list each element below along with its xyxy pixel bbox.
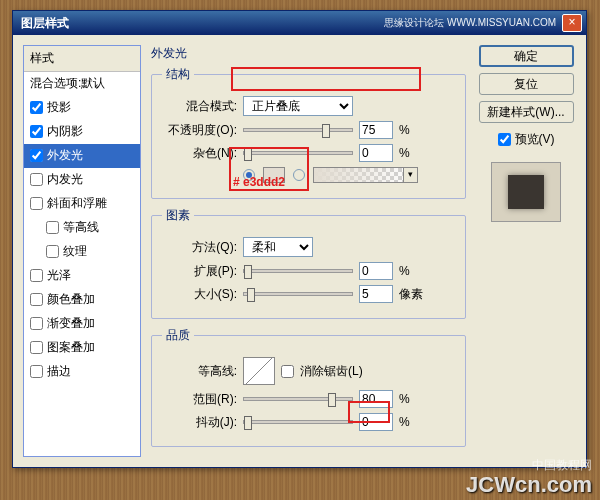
- style-item-内发光[interactable]: 内发光: [24, 168, 140, 192]
- style-checkbox[interactable]: [30, 341, 43, 354]
- style-label: 颜色叠加: [47, 291, 95, 308]
- blend-mode-select[interactable]: 正片叠底: [243, 96, 353, 116]
- watermark-main: JCWcn.com: [466, 472, 592, 498]
- jitter-input[interactable]: [359, 413, 393, 431]
- style-item-描边[interactable]: 描边: [24, 360, 140, 384]
- style-item-纹理[interactable]: 纹理: [24, 240, 140, 264]
- styles-list: 样式 混合选项:默认 投影内阴影外发光内发光斜面和浮雕等高线纹理光泽颜色叠加渐变…: [23, 45, 141, 457]
- style-label: 投影: [47, 99, 71, 116]
- preview-checkbox[interactable]: [498, 133, 511, 146]
- style-label: 外发光: [47, 147, 83, 164]
- style-item-图案叠加[interactable]: 图案叠加: [24, 336, 140, 360]
- range-slider[interactable]: [243, 397, 353, 401]
- jitter-label: 抖动(J):: [162, 414, 237, 431]
- style-checkbox[interactable]: [30, 197, 43, 210]
- style-checkbox[interactable]: [30, 101, 43, 114]
- spread-slider[interactable]: [243, 269, 353, 273]
- antialias-label: 消除锯齿(L): [300, 363, 363, 380]
- technique-label: 方法(Q):: [162, 239, 237, 256]
- style-label: 图案叠加: [47, 339, 95, 356]
- style-item-光泽[interactable]: 光泽: [24, 264, 140, 288]
- style-item-颜色叠加[interactable]: 颜色叠加: [24, 288, 140, 312]
- noise-unit: %: [399, 146, 410, 160]
- style-item-等高线[interactable]: 等高线: [24, 216, 140, 240]
- size-input[interactable]: [359, 285, 393, 303]
- opacity-slider[interactable]: [243, 128, 353, 132]
- noise-slider[interactable]: [243, 151, 353, 155]
- structure-legend: 结构: [162, 66, 194, 83]
- antialias-checkbox[interactable]: [281, 365, 294, 378]
- style-item-斜面和浮雕[interactable]: 斜面和浮雕: [24, 192, 140, 216]
- blend-mode-label: 混合模式:: [162, 98, 237, 115]
- elements-legend: 图素: [162, 207, 194, 224]
- style-label: 斜面和浮雕: [47, 195, 107, 212]
- dialog-title: 图层样式: [21, 15, 384, 32]
- dialog-sidebar: 确定 复位 新建样式(W)... 预览(V): [476, 45, 576, 457]
- outer-glow-panel: 外发光 结构 混合模式: 正片叠底 不透明度(O): % 杂色(N):: [151, 45, 466, 457]
- style-label: 光泽: [47, 267, 71, 284]
- chevron-down-icon[interactable]: ▾: [403, 168, 417, 182]
- preview-box: [491, 162, 561, 222]
- gradient-picker[interactable]: ▾: [313, 167, 418, 183]
- spread-unit: %: [399, 264, 410, 278]
- opacity-unit: %: [399, 123, 410, 137]
- style-checkbox[interactable]: [30, 317, 43, 330]
- style-checkbox[interactable]: [30, 365, 43, 378]
- quality-legend: 品质: [162, 327, 194, 344]
- range-unit: %: [399, 392, 410, 406]
- contour-label: 等高线:: [162, 363, 237, 380]
- contour-picker[interactable]: [243, 357, 275, 385]
- gradient-radio[interactable]: [293, 169, 305, 181]
- jitter-unit: %: [399, 415, 410, 429]
- style-checkbox[interactable]: [30, 173, 43, 186]
- style-checkbox[interactable]: [30, 293, 43, 306]
- cancel-button[interactable]: 复位: [479, 73, 574, 95]
- technique-select[interactable]: 柔和: [243, 237, 313, 257]
- size-label: 大小(S):: [162, 286, 237, 303]
- range-input[interactable]: [359, 390, 393, 408]
- style-item-内阴影[interactable]: 内阴影: [24, 120, 140, 144]
- panel-title: 外发光: [151, 45, 466, 62]
- preview-swatch: [508, 175, 544, 209]
- range-label: 范围(R):: [162, 391, 237, 408]
- jitter-slider[interactable]: [243, 420, 353, 424]
- hex-annotation: # e3ddd2: [233, 175, 285, 189]
- opacity-input[interactable]: [359, 121, 393, 139]
- titlebar: 图层样式 思缘设计论坛 WWW.MISSYUAN.COM ×: [13, 11, 586, 35]
- style-checkbox[interactable]: [30, 149, 43, 162]
- style-checkbox[interactable]: [46, 221, 59, 234]
- style-checkbox[interactable]: [30, 269, 43, 282]
- styles-header: 样式: [24, 46, 140, 72]
- size-slider[interactable]: [243, 292, 353, 296]
- style-label: 等高线: [63, 219, 99, 236]
- elements-group: 图素 方法(Q): 柔和 扩展(P): % 大小(S): 像素: [151, 207, 466, 319]
- spread-input[interactable]: [359, 262, 393, 280]
- style-checkbox[interactable]: [46, 245, 59, 258]
- style-label: 内阴影: [47, 123, 83, 140]
- preview-toggle[interactable]: 预览(V): [498, 131, 555, 148]
- style-item-外发光[interactable]: 外发光: [24, 144, 140, 168]
- style-checkbox[interactable]: [30, 125, 43, 138]
- style-item-投影[interactable]: 投影: [24, 96, 140, 120]
- opacity-label: 不透明度(O):: [162, 122, 237, 139]
- blend-options-row[interactable]: 混合选项:默认: [24, 72, 140, 96]
- ok-button[interactable]: 确定: [479, 45, 574, 67]
- layer-style-dialog: 图层样式 思缘设计论坛 WWW.MISSYUAN.COM × 样式 混合选项:默…: [12, 10, 587, 468]
- structure-group: 结构 混合模式: 正片叠底 不透明度(O): % 杂色(N): %: [151, 66, 466, 199]
- new-style-button[interactable]: 新建样式(W)...: [479, 101, 574, 123]
- style-label: 内发光: [47, 171, 83, 188]
- spread-label: 扩展(P):: [162, 263, 237, 280]
- noise-input[interactable]: [359, 144, 393, 162]
- style-item-渐变叠加[interactable]: 渐变叠加: [24, 312, 140, 336]
- style-label: 渐变叠加: [47, 315, 95, 332]
- quality-group: 品质 等高线: 消除锯齿(L) 范围(R): % 抖动(J):: [151, 327, 466, 447]
- noise-label: 杂色(N):: [162, 145, 237, 162]
- size-unit: 像素: [399, 286, 423, 303]
- style-label: 描边: [47, 363, 71, 380]
- brand-label: 思缘设计论坛 WWW.MISSYUAN.COM: [384, 16, 556, 30]
- close-button[interactable]: ×: [562, 14, 582, 32]
- style-label: 纹理: [63, 243, 87, 260]
